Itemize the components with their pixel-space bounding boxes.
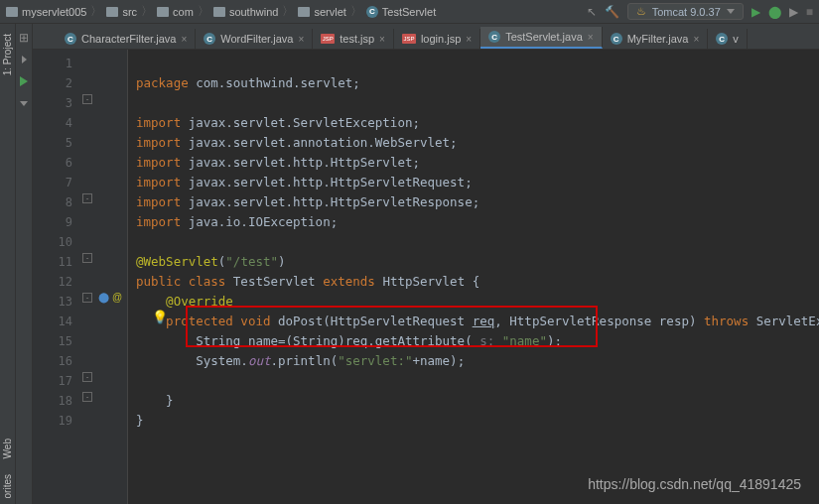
- fold-marker[interactable]: -: [82, 94, 92, 104]
- fold-marker[interactable]: -: [82, 193, 92, 203]
- left-tool-strip: 1: Project Web orites: [0, 24, 16, 504]
- fold-marker[interactable]: -: [82, 253, 92, 263]
- close-icon[interactable]: ×: [466, 34, 472, 45]
- collapse-icon[interactable]: [16, 95, 32, 111]
- build-icon[interactable]: 🔨: [605, 5, 619, 19]
- jsp-icon: JSP: [402, 34, 416, 44]
- stop-icon[interactable]: ■: [806, 5, 813, 19]
- chevron-right-icon: 〉: [282, 3, 294, 20]
- class-icon: C: [716, 33, 728, 45]
- folder-icon: [213, 7, 225, 17]
- class-icon: C: [65, 33, 76, 45]
- fold-gutter: - - - - - - ⬤ @: [80, 50, 128, 504]
- breadcrumb-item[interactable]: src: [106, 6, 137, 18]
- folder-icon: [298, 7, 310, 17]
- web-tool-tab[interactable]: Web: [0, 433, 15, 464]
- breadcrumb-item[interactable]: southwind: [213, 6, 279, 18]
- override-gutter-icon[interactable]: ⬤: [98, 292, 109, 303]
- close-icon[interactable]: ×: [588, 32, 594, 43]
- editor-area: CCharacterFilter.java× CWordFilter.java×…: [33, 24, 819, 504]
- chevron-right-icon: 〉: [141, 3, 153, 20]
- annotation-gutter-icon: @: [112, 292, 122, 303]
- tomcat-icon: ♨: [636, 5, 646, 18]
- favorites-tool-tab[interactable]: orites: [0, 468, 15, 504]
- tab-myfilter[interactable]: CMyFilter.java×: [603, 29, 709, 49]
- class-icon: C: [611, 33, 622, 45]
- breadcrumb-item[interactable]: com: [157, 6, 194, 18]
- debug-icon[interactable]: ⬤: [768, 5, 781, 19]
- jsp-icon: JSP: [321, 34, 335, 44]
- breadcrumb-item[interactable]: CTestServlet: [366, 6, 436, 18]
- tab-testservlet[interactable]: CTestServlet.java×: [480, 27, 603, 49]
- breadcrumb: myservlet005 〉 src 〉 com 〉 southwind 〉 s…: [0, 0, 819, 24]
- close-icon[interactable]: ×: [379, 34, 385, 45]
- close-icon[interactable]: ×: [298, 34, 304, 45]
- run-icon[interactable]: ▶: [751, 5, 760, 19]
- line-number-gutter: 12345678910111213141516171819: [33, 50, 80, 504]
- gutter-tool-buttons: ⊞: [16, 24, 33, 504]
- intention-bulb-icon[interactable]: 💡: [152, 308, 168, 327]
- fold-marker[interactable]: -: [82, 293, 92, 303]
- run-config-selector[interactable]: ♨ Tomcat 9.0.37: [627, 3, 744, 20]
- chevron-right-icon: 〉: [350, 3, 362, 20]
- breadcrumb-item[interactable]: myservlet005: [6, 6, 86, 18]
- tab-loginjsp[interactable]: JSPlogin.jsp×: [394, 29, 480, 49]
- editor-tabs: CCharacterFilter.java× CWordFilter.java×…: [33, 24, 819, 50]
- chevron-down-icon: [727, 9, 735, 14]
- tab-testjsp[interactable]: JSPtest.jsp×: [313, 29, 394, 49]
- tab-characterfilter[interactable]: CCharacterFilter.java×: [57, 29, 196, 49]
- chevron-right-icon: 〉: [90, 3, 102, 20]
- project-tool-tab[interactable]: 1: Project: [0, 28, 15, 81]
- folder-icon: [6, 7, 18, 17]
- tab-overflow[interactable]: Cv: [708, 29, 748, 49]
- folder-icon: [106, 7, 118, 17]
- run-gutter-icon[interactable]: [16, 73, 32, 89]
- collapse-tree-icon[interactable]: [16, 52, 32, 67]
- class-icon: C: [366, 6, 378, 18]
- close-icon[interactable]: ×: [693, 34, 699, 45]
- expand-icon[interactable]: ⊞: [16, 30, 32, 46]
- toolbar-right: ↖ 🔨 ♨ Tomcat 9.0.37 ▶ ⬤ ▶ ■: [587, 3, 813, 20]
- class-icon: C: [488, 31, 500, 43]
- close-icon[interactable]: ×: [181, 34, 187, 45]
- folder-icon: [157, 7, 169, 17]
- code-content[interactable]: package com.southwind.servlet; import ja…: [128, 50, 819, 504]
- fold-marker[interactable]: -: [82, 372, 92, 382]
- watermark: https://blog.csdn.net/qq_41891425: [588, 476, 801, 492]
- back-icon[interactable]: ↖: [587, 5, 597, 19]
- fold-marker[interactable]: -: [82, 392, 92, 402]
- breadcrumb-item[interactable]: servlet: [298, 6, 345, 18]
- editor-body[interactable]: 12345678910111213141516171819 - - - - - …: [33, 50, 819, 504]
- run-coverage-icon[interactable]: ▶: [789, 5, 798, 19]
- tab-wordfilter[interactable]: CWordFilter.java×: [196, 29, 313, 49]
- run-config-label: Tomcat 9.0.37: [652, 6, 721, 18]
- class-icon: C: [204, 33, 215, 45]
- chevron-right-icon: 〉: [198, 3, 209, 20]
